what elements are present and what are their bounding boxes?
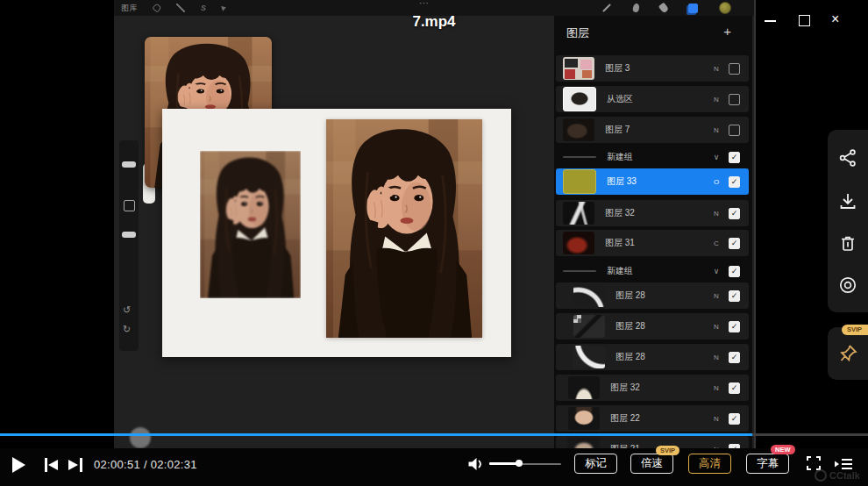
layer-name: 图层 33 bbox=[607, 175, 709, 188]
gallery-button: 图库 bbox=[121, 3, 138, 14]
share-icon[interactable] bbox=[837, 147, 858, 168]
layers-panel: 图层 + 图层 3 N 从选区 N 图层 7 N 新建组 ∨ ✓ bbox=[554, 16, 752, 449]
svip-badge: SVIP bbox=[656, 446, 679, 455]
play-button[interactable] bbox=[12, 457, 25, 473]
blend-mode-badge: C bbox=[709, 239, 723, 247]
layer-thumbnail bbox=[568, 376, 600, 399]
blend-mode-badge: N bbox=[709, 323, 723, 331]
next-button[interactable] bbox=[67, 458, 86, 472]
layer-group-row: 新建组 ∨ ✓ bbox=[556, 149, 749, 165]
time-display: 02:00:51 / 02:02:31 bbox=[94, 458, 197, 471]
layer-row: 图层 7 N bbox=[556, 117, 749, 143]
layer-name: 图层 32 bbox=[610, 382, 709, 394]
blend-mode-badge: N bbox=[709, 126, 723, 134]
layer-row: 从选区 N bbox=[556, 86, 749, 112]
layer-thumbnail bbox=[563, 118, 594, 141]
layer-name: 图层 32 bbox=[605, 207, 709, 219]
watermark-logo-icon bbox=[815, 469, 827, 482]
layer-thumbnail bbox=[563, 87, 596, 111]
hd-quality-button[interactable]: 高清 bbox=[688, 454, 731, 474]
blend-mode-badge: N bbox=[709, 96, 723, 104]
download-icon[interactable] bbox=[837, 191, 858, 212]
layer-name: 图层 28 bbox=[615, 320, 709, 332]
blend-mode-badge: N bbox=[709, 65, 723, 73]
trash-icon[interactable] bbox=[837, 233, 858, 254]
layer-thumbnail bbox=[568, 407, 600, 430]
group-visibility-checkbox: ✓ bbox=[729, 266, 740, 277]
subtitle-button[interactable]: 字幕 bbox=[746, 454, 789, 474]
layer-thumbnail bbox=[573, 284, 605, 307]
volume-icon[interactable] bbox=[467, 456, 485, 472]
maximize-icon[interactable] bbox=[799, 15, 810, 26]
layer-row: 图层 28 N ✓ bbox=[556, 282, 749, 309]
blend-mode-badge: N bbox=[709, 292, 723, 300]
chevron-down-icon: ∨ bbox=[709, 267, 723, 275]
transform-arrow-icon bbox=[221, 4, 227, 11]
record-icon[interactable] bbox=[837, 275, 858, 296]
minimize-icon[interactable] bbox=[765, 20, 776, 22]
layers-panel-header: 图层 + bbox=[554, 23, 752, 44]
layer-visibility-checkbox: ✓ bbox=[729, 352, 740, 363]
layer-name: 图层 31 bbox=[605, 237, 709, 249]
volume-slider-handle[interactable] bbox=[516, 460, 523, 467]
layer-thumbnail bbox=[563, 169, 596, 194]
group-name: 新建组 bbox=[607, 151, 709, 163]
layer-thumbnail bbox=[573, 346, 605, 368]
layer-thumbnail bbox=[573, 315, 605, 338]
group-visibility-checkbox: ✓ bbox=[729, 152, 740, 163]
layer-thumbnail bbox=[563, 57, 594, 80]
paint-app-left-tools: 图库 S bbox=[121, 0, 226, 16]
prev-triangle bbox=[48, 460, 58, 470]
more-options-dots-icon: ⋯ bbox=[419, 0, 430, 9]
color-swatch-icon bbox=[719, 2, 731, 14]
layer-name: 图层 28 bbox=[615, 289, 709, 302]
watermark-text: CCtalk bbox=[829, 470, 860, 481]
layer-visibility-checkbox bbox=[729, 63, 740, 75]
layer-row: 图层 32 N ✓ bbox=[556, 200, 749, 226]
small-portrait-copy bbox=[200, 151, 301, 298]
progress-bar-remaining[interactable] bbox=[752, 433, 868, 436]
layer-visibility-checkbox: ✓ bbox=[729, 290, 740, 302]
layer-name: 图层 22 bbox=[610, 412, 709, 425]
redo-icon: ↻ bbox=[123, 325, 131, 334]
layer-visibility-checkbox: ✓ bbox=[729, 238, 740, 249]
layer-name: 从选区 bbox=[607, 93, 709, 105]
previous-button[interactable] bbox=[42, 458, 61, 472]
layer-row-selected: 图层 33 O ✓ bbox=[556, 168, 749, 195]
actions-wrench-icon bbox=[152, 3, 161, 12]
pin-icon[interactable] bbox=[837, 343, 858, 364]
layer-group-row: 新建组 ∨ ✓ bbox=[556, 263, 749, 279]
layer-name: 图层 28 bbox=[615, 351, 709, 363]
smudge-icon bbox=[632, 3, 640, 12]
blend-mode-badge: O bbox=[709, 178, 723, 186]
brush-size-slider-handle bbox=[122, 161, 136, 168]
layer-visibility-checkbox bbox=[729, 94, 740, 105]
paint-app-topbar: 图库 S ⋯ bbox=[114, 0, 756, 17]
layer-row: 图层 28 N ✓ bbox=[556, 313, 749, 339]
side-action-rail bbox=[828, 130, 868, 312]
layer-visibility-checkbox: ✓ bbox=[729, 413, 740, 425]
layers-panel-title: 图层 bbox=[566, 25, 589, 41]
volume-slider-track[interactable] bbox=[520, 463, 561, 465]
window-controls: × bbox=[754, 0, 868, 42]
layer-row: 图层 31 C ✓ bbox=[556, 230, 749, 256]
close-icon[interactable]: × bbox=[831, 11, 839, 28]
group-name: 新建组 bbox=[607, 265, 709, 277]
layer-row: 图层 21 N ✓ bbox=[556, 436, 749, 449]
layer-name: 图层 7 bbox=[605, 124, 709, 136]
player-control-bar: 02:00:51 / 02:02:31 标记 倍速 SVIP 高清 字幕 NEW… bbox=[0, 448, 868, 486]
layer-row: 图层 32 N ✓ bbox=[556, 375, 749, 401]
cctalk-player-window: { "player": { "title": "7.mp4", "time_te… bbox=[0, 0, 868, 486]
speed-button[interactable]: 倍速 bbox=[630, 454, 673, 474]
layer-row: 图层 28 N ✓ bbox=[556, 344, 749, 370]
group-divider bbox=[563, 270, 596, 272]
video-surface[interactable]: 图库 S ⋯ ↺ bbox=[114, 0, 756, 449]
brush-icon bbox=[602, 4, 611, 12]
large-portrait-painting bbox=[326, 119, 482, 338]
video-right-edge bbox=[754, 0, 756, 449]
layer-row: 图层 3 N bbox=[556, 55, 749, 82]
touch-cursor-indicator bbox=[130, 427, 151, 448]
new-badge: NEW bbox=[771, 445, 795, 454]
mark-button[interactable]: 标记 bbox=[574, 454, 617, 474]
progress-bar-played[interactable] bbox=[0, 433, 752, 436]
